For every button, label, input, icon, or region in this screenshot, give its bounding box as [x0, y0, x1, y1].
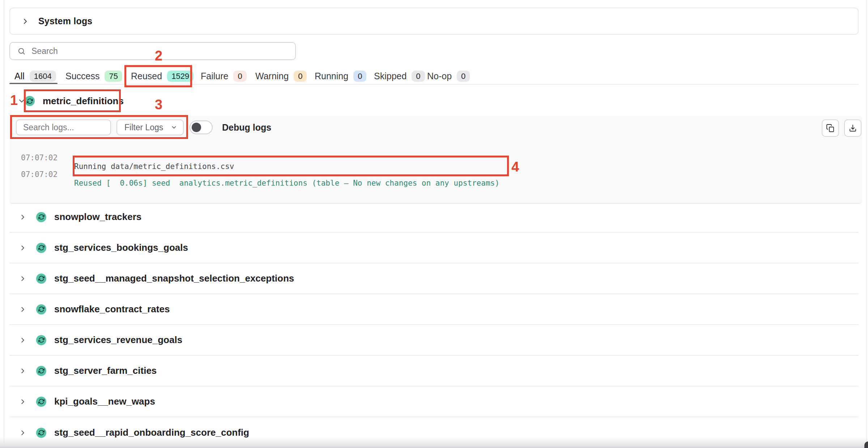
- tab-reused[interactable]: Reused 1529: [131, 69, 193, 83]
- run-row-stg-seed-managed-snapshot-selection-exceptions[interactable]: stg_seed__managed_snapshot_selection_exc…: [9, 263, 859, 294]
- tab-running[interactable]: Running 0: [315, 69, 366, 83]
- count-badge: 0: [353, 71, 366, 82]
- count-badge: 0: [412, 71, 425, 82]
- copy-logs-button[interactable]: [822, 119, 839, 137]
- search-input[interactable]: [31, 46, 267, 56]
- run-name: stg_services_revenue_goals: [54, 334, 182, 346]
- run-name: stg_services_bookings_goals: [54, 242, 188, 253]
- run-row-kpi-goals-new-waps[interactable]: kpi_goals__new_waps: [9, 386, 859, 417]
- search-icon: [10, 47, 26, 55]
- chevron-right-icon: [19, 398, 27, 406]
- count-badge: 1604: [30, 71, 56, 82]
- tabs-divider: [9, 84, 859, 85]
- run-row-stg-services-bookings-goals[interactable]: stg_services_bookings_goals: [9, 233, 859, 263]
- run-name: stg_server_farm_cities: [54, 365, 157, 376]
- chevron-right-icon: [19, 275, 27, 283]
- chevron-right-icon: [21, 17, 30, 26]
- toggle-knob: [192, 123, 201, 132]
- count-badge: 0: [457, 71, 470, 82]
- tab-warning[interactable]: Warning 0: [255, 69, 307, 83]
- system-logs-screen: System logs All 1604 Success 75 Reused 1…: [0, 0, 868, 448]
- chevron-down-icon: [171, 124, 177, 131]
- reused-status-icon: [36, 335, 46, 345]
- run-name: stg_seed__managed_snapshot_selection_exc…: [54, 273, 294, 284]
- run-name: snowflake_contract_rates: [54, 304, 170, 315]
- count-badge: 0: [233, 71, 246, 82]
- copy-icon: [826, 124, 835, 132]
- tab-all[interactable]: All 1604: [14, 69, 56, 83]
- log-timestamp: 07:07:02: [21, 153, 58, 162]
- reused-status-icon: [36, 428, 46, 438]
- debug-logs-toggle[interactable]: [190, 121, 213, 134]
- log-search-wrapper: [16, 119, 111, 135]
- debug-logs-label: Debug logs: [222, 122, 271, 133]
- chevron-right-icon: [19, 213, 27, 221]
- filter-logs-dropdown[interactable]: Filter Logs: [116, 119, 184, 135]
- tab-failure[interactable]: Failure 0: [201, 69, 247, 83]
- search-input-wrapper: [9, 42, 296, 60]
- run-row-metric-definitions[interactable]: metric_definitions: [16, 93, 124, 109]
- run-name: snowplow_trackers: [54, 211, 141, 223]
- run-list: snowplow_trackers stg_services_bookings_…: [0, 202, 868, 448]
- reused-status-icon: [25, 96, 35, 106]
- annotation-label-3: 3: [155, 97, 162, 113]
- system-logs-header[interactable]: System logs: [9, 8, 859, 35]
- tab-noop[interactable]: No-op 0: [427, 69, 470, 83]
- run-name: kpi_goals__new_waps: [54, 396, 155, 407]
- download-logs-button[interactable]: [844, 119, 861, 137]
- log-line: 07:07:02 Reused [ 0.06s] seed analytics.…: [0, 161, 832, 172]
- run-name: stg_seed__rapid_onboarding_score_config: [54, 427, 249, 438]
- run-row-stg-seed-rapid-onboarding-score-config[interactable]: stg_seed__rapid_onboarding_score_config: [9, 417, 859, 448]
- run-row-stg-server-farm-cities[interactable]: stg_server_farm_cities: [9, 356, 859, 386]
- run-row-stg-services-revenue-goals[interactable]: stg_services_revenue_goals: [9, 325, 859, 356]
- page-title: System logs: [38, 16, 92, 26]
- reused-status-icon: [36, 274, 46, 284]
- reused-status-icon: [36, 304, 46, 314]
- log-search-input[interactable]: [22, 122, 103, 133]
- log-message-reused: Reused [ 0.06s] seed analytics.metric_de…: [74, 179, 499, 187]
- run-name: metric_definitions: [43, 96, 124, 107]
- run-row-snowflake-contract-rates[interactable]: snowflake_contract_rates: [9, 294, 859, 325]
- download-icon: [848, 124, 857, 132]
- chevron-right-icon: [19, 244, 27, 252]
- reused-status-icon: [36, 212, 46, 222]
- count-badge: 75: [105, 71, 122, 82]
- log-timestamp: 07:07:02: [21, 170, 58, 179]
- run-row-snowplow-trackers[interactable]: snowplow_trackers: [9, 202, 859, 233]
- tab-skipped[interactable]: Skipped 0: [374, 69, 425, 83]
- status-tabs: All 1604 Success 75 Reused 1529 Failure …: [0, 69, 868, 84]
- count-badge: 0: [294, 71, 307, 82]
- log-line: 07:07:02 Running data/metric_definitions…: [0, 145, 832, 155]
- chevron-right-icon: [19, 305, 27, 313]
- chevron-right-icon: [19, 367, 27, 375]
- tab-success[interactable]: Success 75: [65, 69, 122, 83]
- chevron-right-icon: [19, 336, 27, 344]
- reused-status-icon: [36, 243, 46, 253]
- reused-status-icon: [36, 397, 46, 407]
- reused-status-icon: [36, 366, 46, 376]
- count-badge: 1529: [167, 71, 193, 82]
- chevron-right-icon: [19, 429, 27, 437]
